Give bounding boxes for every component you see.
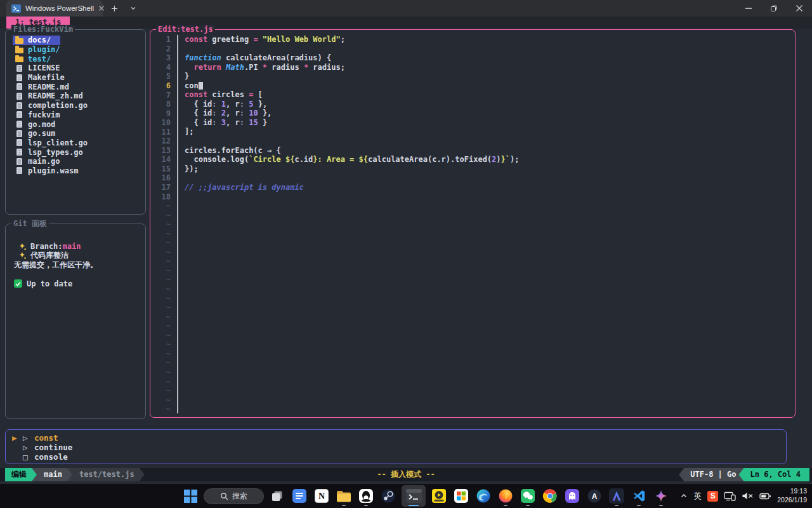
file-item[interactable]: README_zh.md — [6, 91, 145, 101]
completion-item[interactable]: ▷continue — [12, 443, 786, 452]
tray-time: 19:13 — [777, 487, 807, 496]
file-name: README_zh.md — [28, 91, 83, 100]
file-item-inner: plugin.wasm — [13, 166, 88, 176]
file-name: go.mod — [28, 120, 55, 129]
file-item[interactable]: main.go — [6, 157, 145, 166]
taskbar-edge-button[interactable] — [475, 485, 492, 507]
file-name: plugin.wasm — [28, 166, 78, 175]
tilde-marker: ~ — [150, 238, 177, 247]
line-number: 13 — [150, 146, 177, 155]
running-indicator — [504, 505, 508, 507]
tray-chevron-up-icon[interactable] — [679, 491, 688, 500]
file-icon — [16, 93, 22, 100]
file-item-inner: docs/ — [13, 36, 60, 45]
file-item[interactable]: README.md — [6, 82, 145, 91]
file-item[interactable]: completion.go — [6, 101, 145, 110]
git-uptodate-label: Up to date — [27, 279, 72, 288]
taskbar-notion-button[interactable]: N — [313, 485, 331, 507]
taskbar-firefox-button[interactable] — [497, 485, 514, 507]
taskbar-purple-app-button[interactable] — [563, 485, 581, 507]
restore-button[interactable] — [761, 0, 787, 17]
taskbar: 搜索NA 英 S 19:13 2026/1/19 — [0, 484, 812, 508]
ime-indicator[interactable]: 英 — [694, 491, 702, 502]
tab-close-icon[interactable] — [98, 5, 105, 11]
terminal-shell-tab[interactable]: Windows PowerShell — [6, 0, 103, 17]
taskbar-apps: 搜索NA — [181, 484, 670, 508]
taskbar-chrome-button[interactable] — [541, 485, 559, 507]
cast-icon[interactable] — [724, 491, 736, 501]
mountain-a-app-icon — [609, 488, 624, 504]
tab-dropdown-button[interactable] — [126, 1, 141, 16]
file-item-inner: plugin/ — [13, 45, 70, 55]
file-item[interactable]: go.mod — [6, 119, 145, 129]
tray-clock[interactable]: 19:13 2026/1/19 — [777, 487, 807, 504]
tilde-marker: ~ — [150, 229, 177, 238]
terminal-icon — [406, 489, 422, 503]
file-item[interactable]: plugin/ — [6, 45, 145, 55]
file-name: README.md — [28, 83, 69, 91]
taskbar-terminal-button[interactable] — [402, 485, 426, 507]
file-item[interactable]: lsp_types.go — [6, 147, 145, 157]
svg-text:A: A — [592, 492, 598, 501]
tilde-marker: ~ — [150, 284, 177, 293]
taskbar-search[interactable]: 搜索 — [204, 488, 264, 504]
line-number: 8 — [150, 100, 177, 109]
file-item[interactable]: go.sum — [6, 129, 145, 138]
empty-line: ~ — [150, 210, 795, 220]
editor-panel[interactable]: Edit:test.js 1const greeting = "Hello We… — [150, 29, 796, 418]
minimize-button[interactable] — [736, 0, 761, 17]
file-item-inner: lsp_types.go — [13, 147, 93, 157]
taskbar-vscode-button[interactable] — [630, 485, 648, 507]
file-icon — [16, 139, 22, 146]
code-line: 1const greeting = "Hello Web World"; — [150, 35, 795, 44]
completion-item[interactable]: □console — [12, 452, 786, 462]
code-line: 8 { id: 1, r: 5 }, — [150, 100, 795, 109]
file-item-inner: LICENSE — [13, 64, 70, 73]
taskbar-notes-app-button[interactable] — [291, 485, 308, 507]
selection-marker-icon — [12, 443, 23, 452]
selection-marker-icon — [12, 452, 23, 462]
sogou-icon[interactable]: S — [707, 491, 718, 502]
taskbar-task-view-button[interactable] — [268, 485, 286, 507]
file-name: lsp_types.go — [28, 148, 83, 157]
file-item[interactable]: Makefile — [6, 73, 145, 83]
code-area: 1const greeting = "Hello Web World";23fu… — [150, 30, 795, 413]
file-item[interactable]: LICENSE — [6, 64, 145, 73]
code-line: 10 { id: 3, r: 15 } — [150, 118, 795, 128]
tilde-marker: ~ — [150, 358, 177, 367]
gemini-icon — [654, 489, 668, 503]
file-item[interactable]: test/ — [6, 54, 145, 64]
file-item[interactable]: plugin.wasm — [6, 166, 145, 176]
taskbar-qq-button[interactable] — [357, 485, 375, 507]
tilde-marker: ~ — [150, 220, 177, 229]
taskbar-start-button[interactable] — [181, 485, 199, 507]
taskbar-mountain-a-app-button[interactable] — [608, 485, 625, 507]
taskbar-gemini-button[interactable] — [652, 485, 670, 507]
battery-icon[interactable] — [759, 492, 771, 500]
volume-mute-icon[interactable] — [742, 491, 754, 500]
tilde-marker: ~ — [150, 211, 177, 220]
close-button[interactable] — [787, 0, 812, 17]
start-icon — [184, 490, 197, 503]
taskbar-steam-button[interactable] — [379, 485, 397, 507]
code-line: 2 — [150, 44, 795, 54]
empty-line: ~ — [150, 201, 795, 211]
search-icon — [220, 492, 228, 500]
folder-icon — [15, 57, 23, 62]
taskbar-wechat-button[interactable] — [519, 485, 537, 507]
taskbar-microsoft-store-button[interactable] — [452, 485, 470, 507]
file-icon — [16, 121, 22, 128]
file-icon — [16, 167, 22, 174]
completion-item[interactable]: ▶▷const — [12, 433, 786, 443]
code-line: 9 { id: 2, r: 10 }, — [150, 109, 795, 118]
square-outline-icon: □ — [23, 452, 34, 462]
new-tab-button[interactable] — [107, 1, 122, 16]
file-item[interactable]: fuckvim — [6, 110, 145, 120]
tilde-marker: ~ — [150, 368, 177, 377]
text-cursor — [199, 82, 203, 90]
taskbar-dark-a-app-button[interactable]: A — [586, 485, 603, 507]
taskbar-file-explorer-button[interactable] — [335, 485, 353, 507]
taskbar-potplayer-button[interactable] — [430, 485, 448, 507]
file-item[interactable]: docs/ — [6, 36, 145, 45]
file-item[interactable]: lsp_client.go — [6, 138, 145, 148]
